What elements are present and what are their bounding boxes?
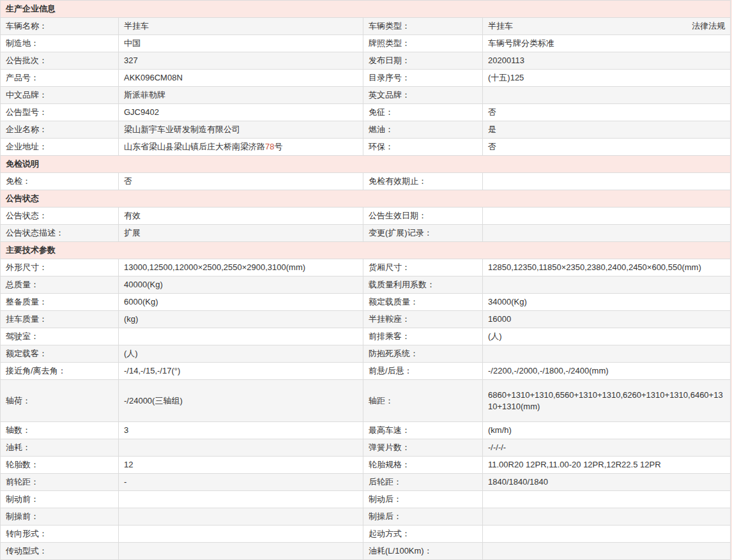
field-label: 牌照类型： (363, 35, 483, 52)
field-value: 6860+1310+1310,6560+1310+1310,6260+1310+… (483, 380, 731, 422)
field-label: 轴荷： (1, 380, 119, 422)
field-value-text: (十五)125 (488, 73, 524, 82)
field-label: 公告生效日期： (363, 208, 483, 225)
field-value: -/-/-/- (483, 439, 731, 457)
table-row: 车辆名称：半挂车车辆类型：法律法规半挂车 (1, 18, 731, 35)
field-value: 法律法规半挂车 (483, 18, 731, 35)
field-label: 车辆类型： (363, 18, 483, 35)
section-header-row: 免检说明 (1, 156, 731, 173)
field-value: 3 (119, 422, 363, 439)
table-row: 外形尺寸：13000,12500,12000×2500,2550×2900,31… (1, 259, 731, 276)
field-value: (人) (483, 328, 731, 345)
laws-regulations-link[interactable]: 法律法规 (692, 20, 725, 32)
field-label: 公告批次： (1, 52, 119, 70)
spec-table: 生产企业信息车辆名称：半挂车车辆类型：法律法规半挂车制造地：中国牌照类型：车辆号… (0, 0, 731, 560)
spec-table-body: 生产企业信息车辆名称：半挂车车辆类型：法律法规半挂车制造地：中国牌照类型：车辆号… (1, 1, 731, 560)
field-value: 有效 (119, 208, 363, 225)
field-label: 载质量利用系数： (363, 276, 483, 294)
field-value: (kg) (119, 311, 363, 328)
field-value: -/2200,-/2000,-/1800,-/2400(mm) (483, 363, 731, 380)
field-label: 外形尺寸： (1, 259, 119, 276)
field-value: - (119, 474, 363, 491)
field-value-text: 中国 (124, 38, 141, 48)
field-label: 额定载客： (1, 345, 119, 363)
field-label: 免检有效期止： (363, 173, 483, 190)
field-value: AKK096CM08N (119, 70, 363, 87)
table-row: 制动前：制动后： (1, 491, 731, 508)
table-row: 产品号：AKK096CM08N目录序号：(十五)125 (1, 70, 731, 87)
field-label: 挂车质量： (1, 311, 119, 328)
field-label: 弹簧片数： (363, 439, 483, 457)
field-value: 13000,12500,12000×2500,2550×2900,3100(mm… (119, 259, 363, 276)
table-row: 驾驶室：前排乘客：(人) (1, 328, 731, 345)
field-value: 34000(Kg) (483, 294, 731, 311)
field-label: 最高车速： (363, 422, 483, 439)
field-value: 327 (119, 52, 363, 70)
field-label: 免征： (363, 104, 483, 121)
field-value-text: -/2200,-/2000,-/1800,-/2400(mm) (488, 366, 609, 375)
field-value-text: (kg) (124, 314, 138, 324)
field-label: 环保： (363, 139, 483, 156)
table-row: 转向形式：起动方式： (1, 526, 731, 543)
table-row: 整备质量：6000(Kg)额定载质量：34000(Kg) (1, 294, 731, 311)
section-title: 免检说明 (1, 156, 731, 173)
field-value: 梁山新宇车业研发制造有限公司 (119, 121, 363, 139)
field-label: 转向形式： (1, 526, 119, 543)
field-label: 中文品牌： (1, 87, 119, 104)
field-value (119, 543, 363, 560)
field-value-text: 13000,12500,12000×2500,2550×2900,3100(mm… (124, 262, 305, 272)
field-value: (人) (119, 345, 363, 363)
field-value-text: (km/h) (488, 425, 512, 435)
field-label: 公告状态描述： (1, 225, 119, 242)
field-value: 是 (483, 121, 731, 139)
field-label: 制动后： (363, 491, 483, 508)
table-row: 免检：否免检有效期止： (1, 173, 731, 190)
field-value-text: 车辆号牌分类标准 (488, 38, 554, 48)
table-row: 企业名称：梁山新宇车业研发制造有限公司燃油：是 (1, 121, 731, 139)
table-row: 轮胎数：12轮胎规格：11.00R20 12PR,11.00-20 12PR,1… (1, 457, 731, 474)
field-label: 驾驶室： (1, 328, 119, 345)
field-value (119, 328, 363, 345)
field-label: 制操前： (1, 508, 119, 526)
field-label: 整备质量： (1, 294, 119, 311)
field-label: 油耗： (1, 439, 119, 457)
vehicle-spec-page: 生产企业信息车辆名称：半挂车车辆类型：法律法规半挂车制造地：中国牌照类型：车辆号… (0, 0, 732, 560)
field-label: 前排乘客： (363, 328, 483, 345)
table-row: 传动型式：油耗(L/100Km)： (1, 543, 731, 560)
table-row: 制操前：制操后： (1, 508, 731, 526)
field-value: 扩展 (119, 225, 363, 242)
field-label: 油耗(L/100Km)： (363, 543, 483, 560)
field-value (483, 508, 731, 526)
field-value-text: 3 (124, 425, 128, 435)
table-row: 接近角/离去角：-/14,-/15,-/17(°)前悬/后悬：-/2200,-/… (1, 363, 731, 380)
field-label: 起动方式： (363, 526, 483, 543)
field-label: 制动前： (1, 491, 119, 508)
field-value: 40000(Kg) (119, 276, 363, 294)
table-row: 中文品牌：斯派菲勒牌英文品牌： (1, 87, 731, 104)
field-value: 否 (483, 104, 731, 121)
section-header-row: 公告状态 (1, 190, 731, 208)
field-value-text: 6000(Kg) (124, 297, 158, 306)
section-title: 主要技术参数 (1, 242, 731, 259)
field-value: GJC9402 (119, 104, 363, 121)
table-row: 额定载客：(人)防抱死系统： (1, 345, 731, 363)
field-label: 发布日期： (363, 52, 483, 70)
table-row: 公告型号：GJC9402免征：否 (1, 104, 731, 121)
field-value-text: 34000(Kg) (488, 297, 527, 306)
field-label: 总质量： (1, 276, 119, 294)
field-value-text: -/14,-/15,-/17(°) (124, 366, 180, 375)
field-value-text: 斯派菲勒牌 (124, 90, 165, 100)
field-value-text: 梁山新宇车业研发制造有限公司 (124, 125, 240, 134)
field-value: 6000(Kg) (119, 294, 363, 311)
field-value: 中国 (119, 35, 363, 52)
field-value-text: 16000 (488, 314, 511, 324)
field-value-text: 有效 (124, 211, 141, 220)
field-value: (十五)125 (483, 70, 731, 87)
section-title: 生产企业信息 (1, 1, 731, 18)
field-value: -/14,-/15,-/17(°) (119, 363, 363, 380)
section-header-row: 生产企业信息 (1, 1, 731, 18)
field-label: 货厢尺寸： (363, 259, 483, 276)
table-row: 企业地址：山东省梁山县梁山镇后庄大桥南梁济路78号环保：否 (1, 139, 731, 156)
section-header-row: 主要技术参数 (1, 242, 731, 259)
field-value-text: 40000(Kg) (124, 280, 163, 289)
